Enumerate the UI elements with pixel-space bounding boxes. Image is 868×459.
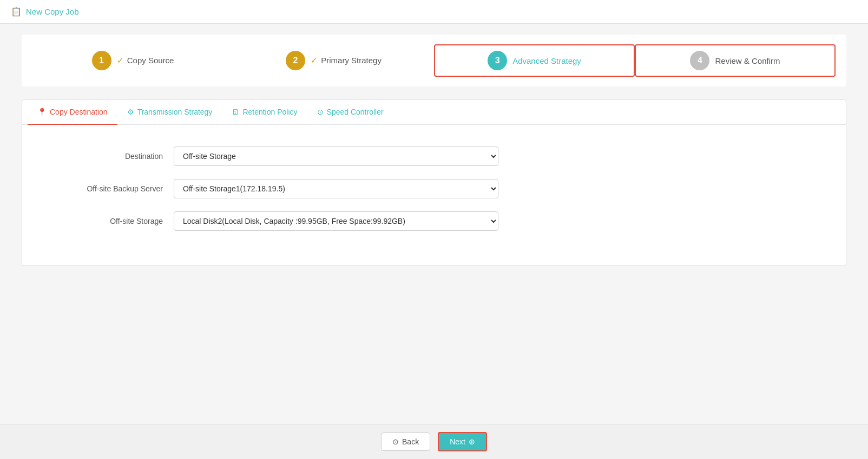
- step-4-number: 4: [698, 56, 702, 65]
- step-1-number: 1: [99, 56, 104, 65]
- step-3-number: 3: [495, 56, 500, 65]
- step-3-circle: 3: [488, 51, 507, 70]
- page-title: New Copy Job: [26, 7, 79, 16]
- tab-copy-destination[interactable]: 📍 Copy Destination: [28, 100, 117, 125]
- step-2-circle: 2: [286, 51, 305, 70]
- destination-select[interactable]: Off-site Storage Local Storage Cloud Sto…: [174, 147, 498, 166]
- step-2-number: 2: [293, 56, 298, 65]
- tab-transmission-strategy[interactable]: ⚙ Transmission Strategy: [117, 100, 222, 125]
- back-icon: ⊙: [392, 437, 399, 446]
- page-footer: ⊙ Back Next ⊕: [0, 424, 868, 459]
- back-button[interactable]: ⊙ Back: [381, 433, 430, 451]
- step-3[interactable]: 3 Advanced Strategy: [434, 44, 635, 77]
- step-4-label: Review & Confirm: [715, 56, 780, 65]
- offsite-server-select[interactable]: Off-site Storage1(172.18.19.5) Off-site …: [174, 179, 498, 198]
- steps-bar: 1 ✓ Copy Source 2 ✓ Primary Strategy 3 A…: [22, 35, 846, 87]
- step-1-label: ✓ Copy Source: [117, 56, 174, 65]
- header-icon: 📋: [11, 6, 22, 17]
- speed-controller-icon: ⊙: [317, 108, 324, 116]
- step-2-check: ✓: [311, 56, 320, 65]
- back-label: Back: [402, 437, 419, 446]
- step-2-label: ✓ Primary Strategy: [311, 56, 382, 65]
- step-4-circle: 4: [690, 51, 709, 70]
- offsite-storage-select[interactable]: Local Disk2(Local Disk, Capacity :99.95G…: [174, 211, 498, 231]
- copy-destination-icon: 📍: [37, 108, 47, 116]
- transmission-strategy-icon: ⚙: [127, 108, 134, 116]
- step-1-circle: 1: [92, 51, 111, 70]
- tab-speed-controller-label: Speed Controller: [327, 108, 384, 116]
- step-2[interactable]: 2 ✓ Primary Strategy: [233, 44, 434, 77]
- tab-panel: 📍 Copy Destination ⚙ Transmission Strate…: [22, 99, 846, 266]
- offsite-server-row: Off-site Backup Server Off-site Storage1…: [55, 179, 813, 198]
- tab-speed-controller[interactable]: ⊙ Speed Controller: [307, 100, 393, 125]
- step-3-label: Advanced Strategy: [512, 56, 581, 65]
- page-header: 📋 New Copy Job: [0, 0, 868, 24]
- tab-retention-policy[interactable]: 🗓 Retention Policy: [222, 100, 307, 125]
- offsite-server-label: Off-site Backup Server: [55, 184, 174, 193]
- main-content: 1 ✓ Copy Source 2 ✓ Primary Strategy 3 A…: [0, 24, 868, 424]
- tab-copy-destination-label: Copy Destination: [50, 108, 108, 116]
- next-button[interactable]: Next ⊕: [438, 432, 487, 451]
- destination-label: Destination: [55, 152, 174, 161]
- offsite-storage-row: Off-site Storage Local Disk2(Local Disk,…: [55, 211, 813, 231]
- tabs-header: 📍 Copy Destination ⚙ Transmission Strate…: [22, 100, 846, 125]
- offsite-storage-label: Off-site Storage: [55, 217, 174, 225]
- next-icon: ⊕: [469, 437, 475, 446]
- form-area: Destination Off-site Storage Local Stora…: [22, 125, 846, 265]
- step-1[interactable]: 1 ✓ Copy Source: [32, 44, 233, 77]
- tab-transmission-strategy-label: Transmission Strategy: [137, 108, 213, 116]
- retention-policy-icon: 🗓: [232, 108, 239, 116]
- tab-retention-policy-label: Retention Policy: [242, 108, 297, 116]
- destination-row: Destination Off-site Storage Local Stora…: [55, 147, 813, 166]
- next-label: Next: [450, 437, 465, 446]
- step-4[interactable]: 4 Review & Confirm: [635, 44, 836, 77]
- step-1-check: ✓: [117, 56, 126, 65]
